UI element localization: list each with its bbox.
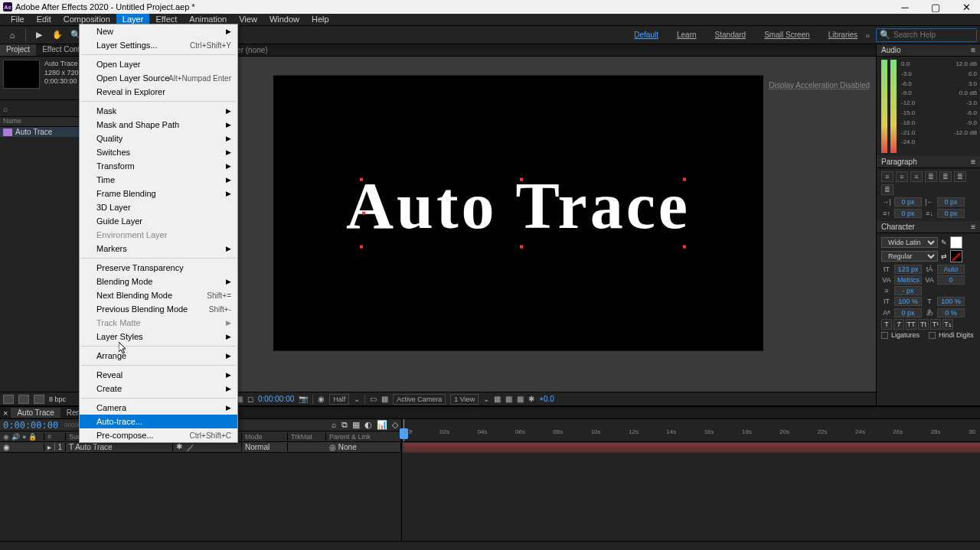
ligatures-checkbox[interactable] [881, 332, 888, 339]
menu-item-mask[interactable]: Mask▶ [80, 104, 237, 118]
selection-handle[interactable] [360, 178, 363, 181]
view-options-icon[interactable]: ⌄ [483, 395, 489, 403]
selection-handle[interactable] [520, 178, 523, 181]
res-toggle-icon[interactable]: ◻ [247, 395, 253, 403]
menu-edit[interactable]: Edit [31, 14, 57, 25]
timeline-tab-comp[interactable]: Auto Trace [11, 408, 60, 418]
font-style-select[interactable]: Regular [881, 251, 938, 262]
selection-tool-icon[interactable]: ▶ [31, 28, 47, 43]
menu-item-transform[interactable]: Transform▶ [80, 159, 237, 173]
menu-item-reveal-in-explorer[interactable]: Reveal in Explorer [80, 85, 237, 99]
panel-menu-icon[interactable]: ≡ [971, 46, 975, 54]
menu-item-blending-mode[interactable]: Blending Mode▶ [80, 275, 237, 288]
menu-item-quality[interactable]: Quality▶ [80, 132, 237, 145]
align-left-icon[interactable]: ≡ [881, 171, 893, 182]
workspace-libraries[interactable]: Libraries [821, 29, 865, 41]
caps-button[interactable]: TT [906, 319, 916, 330]
layer-clip[interactable] [403, 443, 980, 452]
space-before-input[interactable]: 0 px [894, 209, 922, 218]
layer-track[interactable] [402, 442, 980, 453]
channel-icon[interactable]: ◉ [318, 395, 325, 403]
view-icon-2[interactable]: ▦ [505, 395, 512, 403]
snapshot-icon[interactable]: 📷 [299, 395, 308, 403]
motion-blur-icon[interactable]: ◐ [364, 420, 372, 430]
menu-window[interactable]: Window [263, 14, 305, 25]
selection-handle[interactable] [520, 246, 523, 249]
viewer-time[interactable]: 0:00:00:00 [258, 395, 294, 403]
pickwhip-icon[interactable]: ◎ [329, 443, 336, 451]
timeline-timecode[interactable]: 0:00:00:00 [3, 420, 58, 431]
smallcaps-button[interactable]: Tt [918, 319, 929, 330]
frame-blend-icon[interactable]: ▦ [352, 420, 360, 430]
selection-handle[interactable] [360, 246, 363, 249]
menu-item-mask-and-shape-path[interactable]: Mask and Shape Path▶ [80, 118, 237, 132]
indent-left-input[interactable]: 0 px [894, 197, 922, 207]
expand-arrow-icon[interactable]: ▸ [47, 443, 51, 451]
camera-select[interactable]: Active Camera [393, 394, 446, 405]
workspace-default[interactable]: Default [626, 29, 666, 41]
search-help[interactable]: 🔍 [876, 28, 977, 42]
menu-item-new[interactable]: New▶ [80, 24, 237, 38]
bold-button[interactable]: T [881, 319, 892, 330]
superscript-button[interactable]: T¹ [930, 319, 941, 330]
layer-name[interactable]: Auto Trace [75, 443, 112, 451]
menu-item-pre-compose[interactable]: Pre-compose...Ctrl+Shift+C [80, 428, 237, 442]
menu-item-time[interactable]: Time▶ [80, 173, 237, 187]
timeline-ruler[interactable]: :00f02s04s06s08s10s12s14s16s18s20s22s24s… [402, 419, 980, 442]
kerning-input[interactable]: Metrics [894, 275, 922, 285]
audio-toggle-icon[interactable]: 🔊 [11, 433, 20, 441]
stroke-width-input[interactable]: - px [894, 286, 922, 295]
new-comp-icon[interactable] [34, 395, 44, 404]
graph-editor-icon[interactable]: 📊 [377, 420, 387, 430]
video-toggle-icon[interactable]: ◉ [3, 433, 9, 441]
search-icon[interactable]: ⌕ [332, 420, 337, 430]
menu-item-create[interactable]: Create▶ [80, 382, 237, 395]
hscale-input[interactable]: 100 % [937, 297, 965, 306]
panel-menu-icon[interactable]: ≡ [971, 223, 975, 231]
solo-icon[interactable]: ● [22, 433, 26, 441]
tsume-input[interactable]: 0 % [937, 308, 965, 317]
video-eye-icon[interactable]: ◉ [3, 443, 10, 451]
indent-right-input[interactable]: 0 px [937, 197, 965, 207]
view-select[interactable]: 1 View [450, 394, 479, 405]
layer-mode[interactable]: Normal [242, 443, 288, 451]
lock-icon[interactable]: 🔒 [28, 433, 37, 441]
home-icon[interactable]: ⌂ [5, 28, 20, 43]
hand-tool-icon[interactable]: ✋ [50, 28, 65, 43]
maximize-button[interactable]: ▢ [925, 2, 946, 13]
hindi-checkbox[interactable] [929, 332, 936, 339]
menu-file[interactable]: File [5, 14, 31, 25]
viewer[interactable]: Display Acceleration Disabled Auto Trace [161, 57, 876, 392]
space-after-input[interactable]: 0 px [937, 209, 965, 218]
italic-button[interactable]: T [893, 319, 904, 330]
menu-item-preserve-transparency[interactable]: Preserve Transparency [80, 261, 237, 275]
menu-item-next-blending-mode[interactable]: Next Blending ModeShift+= [80, 288, 237, 302]
workspace-overflow-icon[interactable]: » [865, 31, 870, 40]
switch-2[interactable]: ／ [187, 442, 194, 453]
menu-item-switches[interactable]: Switches▶ [80, 145, 237, 159]
justify-all-icon[interactable]: ≣ [881, 184, 893, 195]
menu-item-d-layer[interactable]: 3D Layer [80, 200, 237, 214]
menu-item-arrange[interactable]: Arrange▶ [80, 349, 237, 363]
col-trkmat[interactable]: TrkMat [288, 433, 326, 441]
transparency-icon[interactable]: ▦ [381, 395, 388, 403]
baseline-input[interactable]: 0 px [894, 308, 922, 317]
vscale-input[interactable]: 100 % [894, 297, 922, 306]
switch-1[interactable]: ✱ [176, 442, 182, 453]
chevron-down-icon[interactable]: ⌄ [354, 395, 360, 403]
justify-right-icon[interactable]: ≣ [954, 171, 966, 182]
search-help-input[interactable] [893, 31, 970, 39]
selection-handle[interactable] [683, 178, 686, 181]
resolution-select[interactable]: Half [329, 394, 349, 405]
layer-parent[interactable]: None [338, 443, 357, 451]
panel-menu-icon[interactable]: ≡ [971, 158, 975, 166]
minimize-button[interactable]: ─ [894, 2, 916, 13]
justify-left-icon[interactable]: ≣ [925, 171, 937, 182]
view-icon-1[interactable]: ▦ [494, 395, 501, 403]
menu-item-reveal[interactable]: Reveal▶ [80, 368, 237, 382]
menu-item-layer-styles[interactable]: Layer Styles▶ [80, 330, 237, 343]
shy-icon[interactable]: ⧉ [341, 420, 348, 430]
draft3d-icon[interactable]: ◇ [392, 420, 398, 430]
project-tab[interactable]: Project [0, 44, 36, 56]
col-parent[interactable]: Parent & Link [326, 433, 401, 441]
